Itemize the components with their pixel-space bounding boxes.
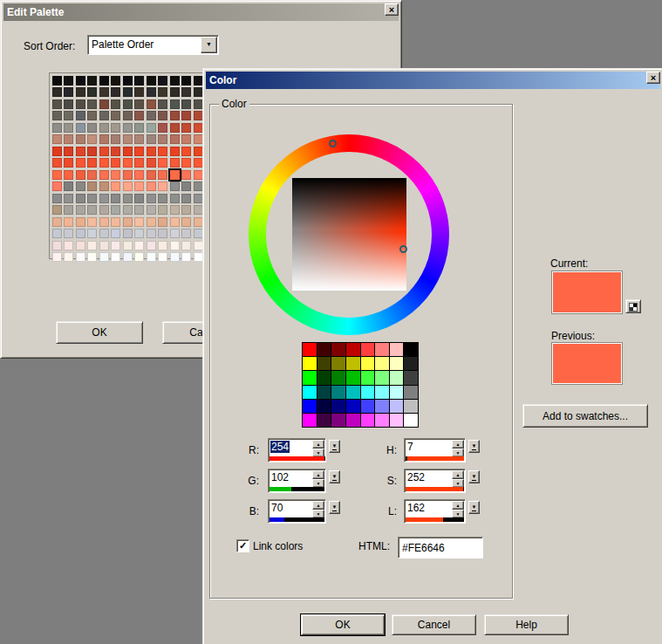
palette-swatch[interactable] [194, 241, 203, 250]
palette-swatch[interactable] [87, 134, 97, 144]
palette-swatch[interactable] [99, 147, 109, 156]
spin-up-button[interactable]: ▲ [312, 501, 324, 510]
palette-swatch[interactable] [76, 252, 85, 262]
palette-swatch[interactable] [76, 134, 85, 144]
palette-swatch[interactable] [87, 217, 97, 227]
b-slider-button[interactable]: ▼ [329, 501, 340, 514]
basic-color-swatch[interactable] [404, 357, 418, 370]
palette-swatch[interactable] [147, 252, 156, 262]
palette-swatch[interactable] [52, 99, 62, 109]
palette-swatch[interactable] [194, 182, 203, 191]
palette-swatch[interactable] [170, 147, 180, 156]
close-icon[interactable]: × [385, 3, 399, 16]
palette-swatch[interactable] [134, 134, 144, 144]
sort-order-dropdown[interactable]: Palette Order ▼ [87, 35, 219, 55]
basic-color-swatch[interactable] [375, 371, 389, 384]
palette-swatch[interactable] [194, 158, 203, 168]
palette-swatch[interactable] [123, 205, 133, 215]
palette-swatch[interactable] [181, 158, 191, 168]
palette-swatch[interactable] [158, 229, 167, 238]
palette-swatch[interactable] [170, 205, 180, 215]
html-input[interactable] [398, 537, 483, 558]
palette-swatch[interactable] [194, 99, 203, 109]
palette-swatch[interactable] [158, 158, 167, 168]
palette-swatch[interactable] [64, 217, 73, 227]
palette-swatch[interactable] [158, 170, 167, 180]
palette-swatch[interactable] [158, 76, 167, 86]
palette-swatch[interactable] [158, 111, 167, 120]
palette-swatch[interactable] [181, 241, 191, 250]
palette-swatch[interactable] [170, 87, 180, 97]
palette-swatch[interactable] [194, 134, 203, 144]
palette-swatch[interactable] [64, 111, 73, 120]
palette-swatch[interactable] [87, 111, 97, 120]
palette-swatch[interactable] [123, 76, 133, 86]
palette-swatch[interactable] [111, 111, 120, 120]
palette-swatch[interactable] [87, 205, 97, 215]
basic-color-swatch[interactable] [361, 414, 375, 427]
palette-swatch[interactable] [147, 158, 156, 168]
palette-swatch[interactable] [87, 252, 97, 262]
palette-swatch[interactable] [99, 158, 109, 168]
palette-swatch[interactable] [76, 205, 85, 215]
palette-swatch[interactable] [52, 217, 62, 227]
palette-swatch[interactable] [158, 205, 167, 215]
palette-swatch[interactable] [134, 252, 144, 262]
palette-swatch[interactable] [99, 205, 109, 215]
palette-swatch[interactable] [134, 123, 144, 133]
basic-color-swatch[interactable] [404, 343, 418, 356]
palette-swatch[interactable] [52, 134, 62, 144]
palette-swatch[interactable] [111, 87, 120, 97]
palette-swatch[interactable] [170, 194, 180, 203]
palette-swatch[interactable] [123, 111, 133, 120]
palette-swatch[interactable] [52, 182, 62, 191]
palette-swatch[interactable] [158, 87, 167, 97]
saturation-lightness-square[interactable] [292, 178, 406, 291]
palette-swatch[interactable] [87, 229, 97, 238]
basic-color-swatch[interactable] [303, 400, 317, 413]
l-slider-button[interactable]: ▼ [468, 501, 480, 514]
palette-swatch[interactable] [170, 123, 180, 133]
palette-swatch[interactable] [99, 229, 109, 238]
basic-color-swatch[interactable] [317, 400, 331, 413]
palette-swatch[interactable] [147, 205, 156, 215]
palette-swatch[interactable] [181, 123, 191, 133]
palette-swatch[interactable] [111, 194, 120, 203]
palette-swatch[interactable] [147, 182, 156, 191]
basic-color-swatch[interactable] [361, 343, 375, 356]
basic-color-swatch[interactable] [375, 414, 389, 427]
palette-swatch[interactable] [123, 123, 133, 133]
g-slider-button[interactable]: ▼ [329, 470, 340, 483]
h-input[interactable]: 7 [406, 441, 414, 453]
palette-swatch[interactable] [111, 76, 120, 86]
palette-swatch[interactable] [64, 87, 73, 97]
palette-swatch[interactable] [134, 241, 144, 250]
help-button[interactable]: Help [484, 614, 569, 635]
palette-swatch[interactable] [99, 87, 109, 97]
close-icon[interactable]: × [646, 72, 660, 84]
palette-swatch[interactable] [64, 229, 73, 238]
basic-color-swatch[interactable] [303, 343, 317, 356]
palette-swatch[interactable] [134, 158, 144, 168]
palette-swatch[interactable] [64, 99, 73, 109]
palette-swatch[interactable] [64, 123, 73, 133]
h-field[interactable]: 7 ▲▼ [404, 438, 466, 462]
palette-swatch[interactable] [111, 134, 120, 144]
palette-swatch[interactable] [194, 252, 203, 262]
basic-color-swatch[interactable] [317, 343, 331, 356]
palette-swatch[interactable] [64, 147, 73, 156]
palette-swatch[interactable] [134, 182, 144, 191]
palette-swatch[interactable] [99, 182, 109, 191]
r-field[interactable]: 254 ▲▼ [268, 438, 326, 462]
palette-swatch[interactable] [64, 205, 73, 215]
palette-swatch[interactable] [194, 147, 203, 156]
basic-color-swatch[interactable] [317, 357, 331, 370]
palette-swatch[interactable] [52, 76, 62, 86]
palette-swatch[interactable] [76, 147, 85, 156]
palette-swatch[interactable] [52, 241, 62, 250]
palette-swatch[interactable] [123, 134, 133, 144]
basic-color-swatch[interactable] [375, 357, 389, 370]
palette-swatch[interactable] [147, 123, 156, 133]
palette-swatch[interactable] [87, 99, 97, 109]
palette-swatch[interactable] [147, 111, 156, 120]
